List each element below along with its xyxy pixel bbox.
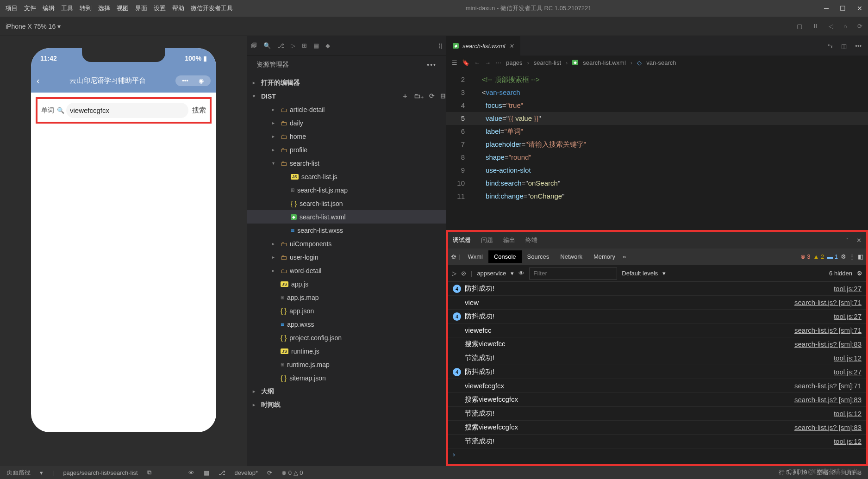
new-file-icon[interactable]: ＋: [402, 92, 408, 100]
panel-up-icon[interactable]: ˄: [846, 237, 849, 244]
section-timeline[interactable]: 时间线: [261, 401, 281, 409]
tab-close-icon[interactable]: ✕: [509, 43, 514, 50]
kebab-icon[interactable]: ⋮: [849, 253, 855, 260]
console-output[interactable]: 4防抖成功!tool.js:27viewsearch-list.js? [sm]…: [448, 282, 866, 464]
tree-item[interactable]: ▾🗀search-list: [247, 156, 446, 170]
gear-icon[interactable]: ⚙: [857, 270, 862, 277]
levels-selector[interactable]: Default levels: [622, 270, 658, 277]
path-value[interactable]: pages/search-list/search-list: [63, 469, 137, 476]
term-icon[interactable]: ▤: [313, 42, 319, 49]
status-bar[interactable]: 页面路径 ▾| pages/search-list/search-list ⧉ …: [0, 466, 868, 479]
files-icon[interactable]: 🗐: [251, 42, 257, 49]
menu-item[interactable]: 选择: [98, 4, 110, 12]
menu-item[interactable]: 文件: [24, 4, 36, 12]
menu-item[interactable]: 视图: [117, 4, 129, 12]
filter-input[interactable]: [529, 267, 617, 280]
menu-item[interactable]: 界面: [135, 4, 147, 12]
refresh-icon[interactable]: ⟳: [857, 23, 862, 30]
console-log[interactable]: viewsearch-list.js? [sm]:71: [448, 296, 866, 310]
dock-icon[interactable]: ◧: [858, 253, 863, 260]
tree-item[interactable]: ▸🗀daily: [247, 116, 446, 130]
tree-item[interactable]: JSsearch-list.js: [247, 170, 446, 183]
copy-icon[interactable]: ⧉: [147, 469, 151, 476]
console-log[interactable]: 节流成功!tool.js:12: [448, 435, 866, 448]
send-icon[interactable]: ◁: [829, 23, 833, 30]
target-icon[interactable]: ◉: [195, 77, 207, 84]
menu-item[interactable]: 项目: [6, 4, 18, 12]
capsule[interactable]: ••• ◉: [175, 75, 211, 86]
section-open-editors[interactable]: 打开的编辑器: [261, 79, 300, 87]
code-editor[interactable]: 2 <!-- 顶部搜索框 -->3 <van-search4 focus="tr…: [446, 69, 868, 229]
docker-icon[interactable]: ◆: [325, 42, 330, 49]
tree-item[interactable]: ▸🗀home: [247, 130, 446, 143]
file-tree[interactable]: ▸打开的编辑器 ▾DIST ＋ 🗀₊ ⟳ ⊟ ▸🗀article-detail▸…: [247, 74, 446, 466]
console-log[interactable]: 节流成功!tool.js:12: [448, 351, 866, 365]
devtool-tab[interactable]: Sources: [522, 250, 555, 263]
main-menu[interactable]: 项目文件编辑工具转到选择视图界面设置帮助微信开发者工具: [6, 4, 233, 12]
refresh-tree-icon[interactable]: ⟳: [429, 92, 435, 100]
phone-icon[interactable]: ▢: [797, 23, 802, 30]
section-outline[interactable]: 大纲: [261, 387, 274, 396]
gear-icon[interactable]: ⚙: [841, 253, 846, 260]
info-badge[interactable]: ▬ 1: [827, 253, 838, 260]
dbg-tab[interactable]: 输出: [503, 236, 515, 244]
branch-icon[interactable]: ⎇: [277, 42, 284, 49]
collapse-icon[interactable]: ⟩|: [438, 42, 442, 49]
console-log[interactable]: 搜索viewefccgfcxsearch-list.js? [sm]:83: [448, 393, 866, 407]
tab-search-list-wxml[interactable]: ◆ search-list.wxml ✕: [446, 36, 521, 56]
maximize-icon[interactable]: ☐: [840, 5, 846, 12]
collapse-tree-icon[interactable]: ⊟: [440, 92, 446, 100]
clear-icon[interactable]: ⊘: [461, 270, 466, 277]
more-icon[interactable]: •••: [179, 77, 191, 84]
devtools-tabs[interactable]: ⯐ | WxmlConsoleSourcesNetworkMemory » ⊗ …: [448, 249, 866, 265]
console-log[interactable]: 节流成功!tool.js:12: [448, 407, 866, 421]
new-folder-icon[interactable]: 🗀₊: [414, 92, 424, 100]
window-controls[interactable]: ─ ☐ ✕: [824, 5, 862, 12]
section-dist[interactable]: ▾DIST ＋ 🗀₊ ⟳ ⊟: [247, 89, 446, 103]
more-tab-icon[interactable]: •••: [855, 43, 862, 50]
menu-item[interactable]: 转到: [80, 4, 92, 12]
sync-icon[interactable]: ⟳: [267, 469, 272, 476]
search-icon[interactable]: 🔍: [263, 42, 271, 49]
tree-item[interactable]: ⊞runtime.js.map: [247, 358, 446, 371]
debug-icon[interactable]: ▷: [291, 42, 295, 49]
menu-item[interactable]: 编辑: [43, 4, 55, 12]
pause-icon[interactable]: ⏸: [812, 23, 818, 30]
panel-close-icon[interactable]: ✕: [856, 237, 862, 244]
tree-item[interactable]: ▸🗀profile: [247, 143, 446, 156]
dbg-tab[interactable]: 终端: [525, 236, 537, 244]
tree-item[interactable]: { }sitemap.json: [247, 371, 446, 385]
layout-icon[interactable]: ▦: [204, 469, 209, 476]
arrow-right-icon[interactable]: →: [485, 59, 491, 66]
tree-item[interactable]: ▸🗀article-detail: [247, 103, 446, 116]
devtool-tab[interactable]: Memory: [588, 250, 621, 263]
inspect-icon[interactable]: ⯐: [451, 253, 457, 260]
console-filterbar[interactable]: ▷ ⊘ | appservice ▾ 👁 Default levels ▾ 6 …: [448, 265, 866, 282]
tree-item[interactable]: ▸🗀user-login: [247, 250, 446, 264]
tree-item[interactable]: JSruntime.js: [247, 344, 446, 358]
breadcrumb[interactable]: ☰ 🔖 ← → ⋯ pages› search-list› ◆search-li…: [446, 56, 868, 69]
console-log[interactable]: 搜索viewefccsearch-list.js? [sm]:83: [448, 337, 866, 351]
compare-icon[interactable]: ⇆: [828, 43, 833, 50]
console-log[interactable]: 搜索viewefccgfcxsearch-list.js? [sm]:83: [448, 421, 866, 435]
console-log[interactable]: 4防抖成功!tool.js:27: [448, 365, 866, 379]
tree-item[interactable]: { }search-list.json: [247, 197, 446, 210]
device-selector[interactable]: iPhone X 75% 16 ▾: [6, 23, 61, 30]
debugger-tabs[interactable]: 调试器问题输出终端 ˄ ✕: [448, 232, 866, 249]
eye-icon[interactable]: 👁: [518, 270, 525, 277]
close-icon[interactable]: ✕: [857, 5, 862, 12]
more-devtabs-icon[interactable]: »: [623, 253, 626, 260]
warn-badge[interactable]: ▲ 2: [813, 253, 824, 260]
console-log[interactable]: 4防抖成功!tool.js:27: [448, 282, 866, 296]
arrow-left-icon[interactable]: ←: [474, 59, 480, 66]
hidden-count[interactable]: 6 hidden: [829, 270, 852, 277]
list-icon[interactable]: ☰: [452, 59, 457, 66]
ext-icon[interactable]: ⊞: [302, 42, 307, 49]
search-button[interactable]: 搜索: [192, 106, 206, 115]
minimize-icon[interactable]: ─: [824, 5, 829, 12]
explorer-more-icon[interactable]: •••: [427, 61, 437, 68]
tree-item[interactable]: ≡app.wxss: [247, 317, 446, 331]
tree-item[interactable]: { }app.json: [247, 304, 446, 317]
tree-item[interactable]: JSapp.js: [247, 277, 446, 291]
context-selector[interactable]: appservice: [477, 270, 506, 277]
